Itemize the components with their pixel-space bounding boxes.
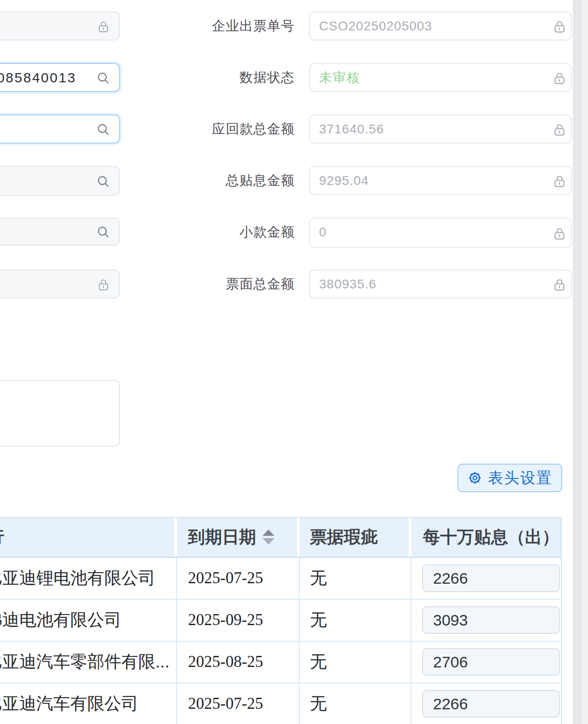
gear-icon (468, 471, 482, 485)
lock-icon (96, 19, 111, 34)
data-status-input[interactable]: 未审核 (309, 63, 572, 92)
scrollbar-thumb[interactable] (573, 0, 582, 724)
lock-icon (552, 277, 567, 293)
column-header-discount-per-100k: 每十万贴息（出） (411, 518, 561, 557)
left-field-1[interactable] (0, 11, 120, 40)
column-header-defect: 票据瑕疵 (300, 518, 411, 557)
lock-icon (96, 277, 111, 292)
column-header-due-date: 到期日期 (177, 518, 300, 557)
table-row: 比亚迪汽车有限公司 2025-07-25 无 2266 (0, 684, 561, 724)
left-field-6[interactable] (0, 270, 120, 299)
header-settings-button[interactable]: 表头设置 (457, 464, 562, 492)
lock-icon (552, 226, 567, 241)
face-total-input[interactable]: 380935.6 (309, 270, 572, 299)
bills-table: 行 到期日期 票据瑕疵 每十万贴息（出） 比亚迪锂电池有限公司 2025-07-… (0, 517, 562, 724)
cell-due-date: 2025-08-25 (177, 642, 300, 683)
lock-icon (552, 70, 567, 86)
vertical-scrollbar[interactable] (573, 0, 588, 724)
left-field-2-value: 3085840013 (0, 64, 74, 91)
table-row: 弗迪电池有限公司 2025-09-25 无 3093 (0, 600, 561, 642)
face-total-value: 380935.6 (319, 270, 377, 298)
lock-icon (552, 173, 567, 189)
cell-discount: 2266 (411, 684, 561, 724)
cell-defect: 无 (300, 600, 411, 641)
enterprise-ticket-no-value: CSO20250205003 (319, 12, 432, 40)
page: 3085840013 (0, 0, 588, 724)
enterprise-ticket-no-input[interactable]: CSO20250205003 (309, 11, 572, 40)
cell-company: 比亚迪汽车有限公司 (0, 684, 177, 724)
table-row: 比亚迪汽车零部件有限... 2025-08-25 无 2706 (0, 642, 561, 684)
left-field-5[interactable] (0, 218, 120, 246)
sort-toggle-icon[interactable] (263, 529, 274, 545)
field-label-small-amount: 小款金额 (111, 218, 295, 247)
field-label-total-discount: 总贴息金额 (111, 166, 295, 195)
field-label-data-status: 数据状态 (111, 63, 295, 92)
cell-discount: 2266 (411, 558, 561, 599)
header-settings-label: 表头设置 (488, 468, 553, 488)
cell-company: 比亚迪汽车零部件有限... (0, 642, 177, 683)
total-receivable-input[interactable]: 371640.56 (309, 115, 572, 144)
search-icon[interactable] (96, 174, 111, 189)
left-field-3[interactable] (0, 115, 120, 144)
cell-due-date: 2025-07-25 (177, 684, 300, 724)
field-label-enterprise-ticket-no: 企业出票单号 (111, 11, 295, 40)
cell-discount: 2706 (411, 642, 561, 683)
discount-input[interactable]: 2266 (422, 564, 560, 592)
total-discount-input[interactable]: 9295.04 (309, 166, 572, 195)
lock-icon (552, 122, 567, 138)
cell-due-date: 2025-07-25 (177, 558, 300, 599)
cell-defect: 无 (300, 642, 411, 683)
cell-company: 比亚迪锂电池有限公司 (0, 558, 177, 599)
cell-defect: 无 (300, 684, 411, 724)
total-receivable-value: 371640.56 (319, 115, 384, 143)
remark-textarea[interactable] (0, 380, 120, 447)
cell-defect: 无 (300, 558, 411, 599)
discount-input[interactable]: 2706 (422, 648, 560, 676)
cell-company: 弗迪电池有限公司 (0, 600, 177, 641)
small-amount-value: 0 (319, 218, 327, 246)
data-status-value: 未审核 (319, 64, 360, 91)
field-label-face-total: 票面总金额 (111, 270, 295, 299)
discount-input[interactable]: 3093 (422, 606, 560, 634)
table-header-row: 行 到期日期 票据瑕疵 每十万贴息（出） (0, 518, 561, 558)
field-label-total-receivable: 应回款总金额 (111, 115, 295, 144)
search-icon[interactable] (96, 225, 111, 240)
left-field-2[interactable]: 3085840013 (0, 63, 120, 92)
total-discount-value: 9295.04 (319, 167, 369, 194)
discount-input[interactable]: 2266 (422, 690, 560, 718)
cell-due-date: 2025-09-25 (177, 600, 300, 641)
search-icon[interactable] (96, 71, 111, 86)
table-row: 比亚迪锂电池有限公司 2025-07-25 无 2266 (0, 558, 561, 600)
column-header-bank: 行 (0, 518, 177, 557)
cell-discount: 3093 (411, 600, 561, 641)
search-icon[interactable] (96, 122, 111, 137)
small-amount-input[interactable]: 0 (309, 218, 572, 248)
lock-icon (552, 19, 567, 34)
left-field-4[interactable] (0, 166, 120, 196)
